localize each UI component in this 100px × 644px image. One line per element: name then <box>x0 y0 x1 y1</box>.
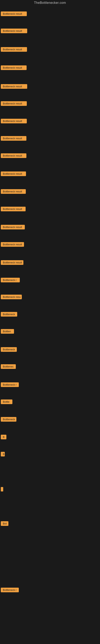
bottleneck-label: Bottleneck <box>1 347 17 352</box>
bottleneck-row: Bottleneck result <box>1 136 26 142</box>
bottleneck-row: Bottleneck result <box>1 225 25 230</box>
bottleneck-row: Bottleneck result <box>1 101 27 107</box>
bottleneck-row: Bottleneck r <box>1 588 19 593</box>
bottleneck-row: Bottleneck result <box>1 153 26 159</box>
bottleneck-label: Bottleneck result <box>1 242 24 247</box>
bottleneck-label: Bottleneck result <box>1 189 26 194</box>
bottleneck-row: Bottleneck result <box>1 260 23 266</box>
bottleneck-row: Bottleneck result <box>1 84 27 90</box>
bottleneck-label: Bottleneck result <box>1 207 26 211</box>
bottleneck-row: Bottleneck result <box>1 242 24 248</box>
bottleneck-label: Bottleneck result <box>1 12 27 16</box>
bottleneck-row: Bottleneck <box>1 417 16 422</box>
bottleneck-label: Bottle <box>1 400 12 404</box>
bottleneck-row: B <box>1 435 6 440</box>
bottleneck-row: Bottleneck <box>1 347 17 352</box>
bottleneck-label: Bottleneck r <box>1 278 20 282</box>
bottleneck-row: Bottleneck result <box>1 119 27 124</box>
site-title: TheBottlenecker.com <box>34 0 66 6</box>
bottleneck-label: Bottlen <box>1 329 14 334</box>
bottleneck-label: Bottleneck <box>1 417 16 422</box>
bottleneck-row: Bottleneck result <box>1 28 27 34</box>
bottleneck-row: Bottleneck result <box>1 66 27 71</box>
bottleneck-label: Bottlenec <box>1 364 16 369</box>
bottleneck-row: Bottleneck r <box>1 382 19 388</box>
bottleneck-row: B <box>1 452 5 457</box>
bottleneck-label: Bottleneck result <box>1 119 27 123</box>
bottleneck-label: Bot <box>1 521 8 526</box>
bottleneck-label: Bottleneck result <box>1 101 27 106</box>
bottleneck-row: Bottleneck result <box>1 172 26 177</box>
bottleneck-label: Bottleneck result <box>1 136 26 141</box>
bottleneck-label: Bottleneck result <box>1 47 27 52</box>
bottleneck-label: Bottleneck r <box>1 382 19 387</box>
bottleneck-label: B <box>1 452 5 456</box>
bottleneck-label: Bottleneck <box>1 312 17 316</box>
bottleneck-label: Bottleneck r <box>1 588 19 592</box>
bottleneck-row: Bot <box>1 521 8 527</box>
bottleneck-row: Bottleneck result <box>1 207 26 212</box>
bottleneck-row: Bottleneck <box>1 312 17 317</box>
bottleneck-label <box>1 487 3 492</box>
bottleneck-label: B <box>1 435 6 439</box>
bottleneck-row: Bottle <box>1 400 12 405</box>
bottleneck-row: Bottlenec <box>1 364 16 370</box>
bottleneck-row: Bottleneck r <box>1 278 20 283</box>
bottleneck-label: Bottleneck result <box>1 172 26 176</box>
bottleneck-row: Bottleneck result <box>1 47 27 52</box>
bottleneck-label: Bottleneck result <box>1 260 23 265</box>
bottleneck-row: Bottlen <box>1 329 14 334</box>
bottleneck-label: Bottleneck resu <box>1 295 22 299</box>
site-header: TheBottlenecker.com <box>0 1 100 5</box>
bottleneck-row: Bottleneck resu <box>1 295 22 300</box>
bottleneck-label: Bottleneck result <box>1 28 27 33</box>
bottleneck-row: Bottleneck result <box>1 189 26 194</box>
bottleneck-label: Bottleneck result <box>1 225 25 230</box>
bottleneck-label: Bottleneck result <box>1 84 27 89</box>
bottleneck-label: Bottleneck result <box>1 66 27 70</box>
bottleneck-row: Bottleneck result <box>1 12 27 17</box>
bottleneck-label: Bottleneck result <box>1 153 26 158</box>
